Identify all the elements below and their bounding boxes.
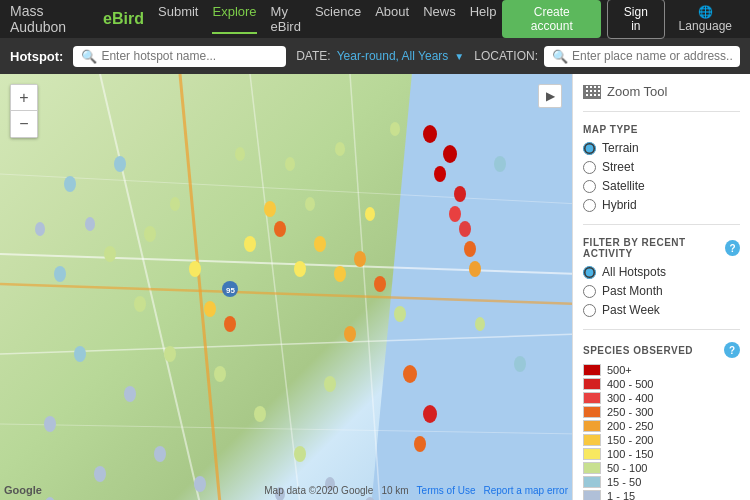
filter-month-radio[interactable]: [583, 285, 596, 298]
zoom-controls: + −: [10, 84, 38, 138]
legend-item-200-250: 200 - 250: [583, 420, 740, 432]
zoom-tool-row: Zoom Tool: [583, 84, 740, 99]
legend-label-300-400: 300 - 400: [607, 392, 653, 404]
filter-help-icon[interactable]: ?: [725, 240, 740, 256]
legend-color-100-150: [583, 448, 601, 460]
zoom-in-button[interactable]: +: [11, 85, 37, 111]
zoom-tool-section: Zoom Tool: [583, 84, 740, 99]
legend-item-300-400: 300 - 400: [583, 392, 740, 404]
legend-color-1-15: [583, 490, 601, 500]
legend-item-50-100: 50 - 100: [583, 462, 740, 474]
hotspot-input[interactable]: [101, 49, 278, 63]
hotspot-label: Hotspot:: [10, 49, 63, 64]
legend-color-300-400: [583, 392, 601, 404]
map-type-satellite-radio[interactable]: [583, 180, 596, 193]
logo-mass: Mass Audubon: [10, 3, 99, 35]
legend-label-100-150: 100 - 150: [607, 448, 653, 460]
legend-item-1-15: 1 - 15: [583, 490, 740, 500]
filter-all-hotspots[interactable]: All Hotspots: [583, 265, 740, 279]
map-type-terrain-radio[interactable]: [583, 142, 596, 155]
main: 95: [0, 74, 750, 500]
zoom-tool-icon: [583, 85, 601, 99]
legend-item-150-200: 150 - 200: [583, 434, 740, 446]
sidebar: Zoom Tool MAP TYPE Terrain Street Satell…: [572, 74, 750, 500]
map-type-street[interactable]: Street: [583, 160, 740, 174]
date-section: DATE: Year-round, All Years ▼: [296, 49, 464, 63]
map-type-title: MAP TYPE: [583, 124, 740, 135]
google-logo: Google: [4, 484, 42, 496]
search-icon: 🔍: [81, 49, 97, 64]
terms-link[interactable]: Terms of Use: [417, 485, 476, 496]
logo: Mass Audubon eBird: [10, 3, 144, 35]
filter-all-radio[interactable]: [583, 266, 596, 279]
nav-science[interactable]: Science: [315, 4, 361, 34]
hotspot-input-wrap: 🔍: [73, 46, 286, 67]
legend-label-150-200: 150 - 200: [607, 434, 653, 446]
map-type-radio-group: Terrain Street Satellite Hybrid: [583, 141, 740, 212]
filter-past-month[interactable]: Past Month: [583, 284, 740, 298]
filter-week-radio[interactable]: [583, 304, 596, 317]
map-distance: 10 km: [381, 485, 408, 496]
divider-3: [583, 329, 740, 330]
map-type-terrain[interactable]: Terrain: [583, 141, 740, 155]
nav-links: Submit Explore My eBird Science About Ne…: [158, 4, 496, 34]
hotspot-bar: Hotspot: 🔍 DATE: Year-round, All Years ▼…: [0, 38, 750, 74]
divider-1: [583, 111, 740, 112]
legend-label-50-100: 50 - 100: [607, 462, 647, 474]
species-section: SPECIES OBSERVED ? 500+ 400 - 500 300 - …: [583, 342, 740, 500]
report-link[interactable]: Report a map error: [484, 485, 568, 496]
filter-radio-group: All Hotspots Past Month Past Week: [583, 265, 740, 317]
map-type-terrain-label: Terrain: [602, 141, 639, 155]
legend-label-1-15: 1 - 15: [607, 490, 635, 500]
date-dropdown-icon[interactable]: ▼: [454, 51, 464, 62]
map-type-section: MAP TYPE Terrain Street Satellite Hybrid: [583, 124, 740, 212]
location-input[interactable]: [572, 49, 732, 63]
map-type-street-label: Street: [602, 160, 634, 174]
location-section: LOCATION: 🔍: [474, 46, 740, 67]
legend-color-250-300: [583, 406, 601, 418]
sign-in-button[interactable]: Sign in: [607, 0, 665, 39]
filter-week-label: Past Week: [602, 303, 660, 317]
filter-header: FILTER BY RECENT ACTIVITY ?: [583, 237, 740, 259]
map-type-satellite[interactable]: Satellite: [583, 179, 740, 193]
map-type-street-radio[interactable]: [583, 161, 596, 174]
map-type-hybrid-label: Hybrid: [602, 198, 637, 212]
legend-label-400-500: 400 - 500: [607, 378, 653, 390]
map-area[interactable]: 95: [0, 74, 572, 500]
species-legend: 500+ 400 - 500 300 - 400 250 - 300 200 -…: [583, 364, 740, 500]
legend-color-150-200: [583, 434, 601, 446]
navbar: Mass Audubon eBird Submit Explore My eBi…: [0, 0, 750, 38]
language-button[interactable]: 🌐 Language: [671, 5, 740, 33]
filter-month-label: Past Month: [602, 284, 663, 298]
species-help-icon[interactable]: ?: [724, 342, 740, 358]
legend-item-250-300: 250 - 300: [583, 406, 740, 418]
date-value[interactable]: Year-round, All Years: [337, 49, 449, 63]
legend-color-50-100: [583, 462, 601, 474]
filter-past-week[interactable]: Past Week: [583, 303, 740, 317]
legend-color-15-50: [583, 476, 601, 488]
logo-ebird: eBird: [103, 10, 144, 28]
map-type-satellite-label: Satellite: [602, 179, 645, 193]
location-input-wrap: 🔍: [544, 46, 740, 67]
nav-help[interactable]: Help: [470, 4, 497, 34]
nav-news[interactable]: News: [423, 4, 456, 34]
nav-explore[interactable]: Explore: [212, 4, 256, 34]
zoom-out-button[interactable]: −: [11, 111, 37, 137]
map-type-hybrid[interactable]: Hybrid: [583, 198, 740, 212]
nav-submit[interactable]: Submit: [158, 4, 198, 34]
legend-item-100-150: 100 - 150: [583, 448, 740, 460]
map-footer: Google: [4, 484, 42, 496]
legend-label-15-50: 15 - 50: [607, 476, 641, 488]
date-label: DATE:: [296, 49, 330, 63]
expand-button[interactable]: ▶: [538, 84, 562, 108]
nav-myebird[interactable]: My eBird: [271, 4, 301, 34]
species-title: SPECIES OBSERVED: [583, 345, 693, 356]
map-attribution: Map data ©2020 Google 10 km Terms of Use…: [264, 485, 568, 496]
nav-actions: Create account Sign in 🌐 Language: [502, 0, 740, 39]
legend-label-500plus: 500+: [607, 364, 632, 376]
create-account-button[interactable]: Create account: [502, 0, 601, 38]
species-header: SPECIES OBSERVED ?: [583, 342, 740, 358]
nav-about[interactable]: About: [375, 4, 409, 34]
zoom-tool-label: Zoom Tool: [607, 84, 667, 99]
map-type-hybrid-radio[interactable]: [583, 199, 596, 212]
